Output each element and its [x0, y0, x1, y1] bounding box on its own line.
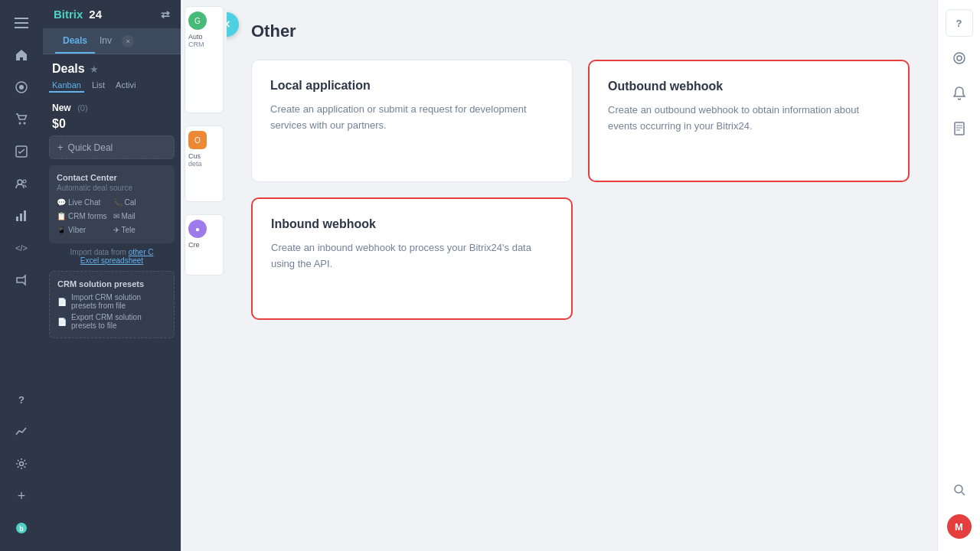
outbound-webhook-desc: Create an outbound webhook to obtain inf… — [608, 103, 890, 135]
sidebar-item-add[interactable]: + — [8, 482, 35, 510]
call-icon: 📞 — [113, 198, 122, 207]
user-avatar[interactable]: M — [947, 514, 972, 539]
crm-presets-title: CRM solution presets — [57, 279, 166, 289]
tab-deals[interactable]: Deals — [55, 29, 95, 54]
search-button[interactable] — [946, 476, 973, 504]
svg-line-23 — [962, 492, 965, 495]
kanban-tab[interactable]: Kanban — [49, 79, 84, 93]
svg-point-4 — [19, 85, 24, 90]
cc-mail[interactable]: ✉ Mail — [113, 210, 168, 222]
sidebar-item-menu[interactable] — [8, 9, 35, 37]
popup-card-1[interactable]: G Auto CRM — [185, 6, 224, 113]
help-button[interactable]: ? — [946, 9, 973, 37]
svg-point-8 — [18, 180, 22, 184]
mail-icon: ✉ — [113, 212, 119, 220]
popup-card-1-subtitle: CRM — [188, 41, 220, 48]
livechat-icon: 💬 — [57, 198, 66, 207]
modal-content: Other Local application Create an applic… — [227, 0, 937, 551]
sidebar-item-chart[interactable] — [8, 418, 35, 445]
quick-deal-btn[interactable]: + Quick Deal — [43, 135, 181, 165]
inbound-webhook-title: Inbound webhook — [271, 217, 553, 231]
sidebar-item-tasks[interactable] — [8, 138, 35, 165]
sidebar-item-goals[interactable] — [8, 73, 35, 101]
viber-icon: 📱 — [57, 226, 66, 234]
svg-point-5 — [19, 122, 21, 125]
deals-title-row: Deals ★ — [43, 54, 181, 79]
popup-card-2-title: Cus — [188, 152, 220, 160]
svg-point-16 — [954, 53, 965, 64]
outbound-webhook-title: Outbound webhook — [608, 80, 890, 93]
sidebar-item-apps[interactable]: b — [8, 514, 35, 542]
svg-point-22 — [955, 485, 962, 493]
sidebar-item-shop[interactable] — [8, 106, 35, 133]
inbound-webhook-desc: Create an inbound webhook to process you… — [271, 240, 553, 272]
inbound-webhook-card[interactable]: Inbound webhook Create an inbound webhoo… — [251, 197, 573, 320]
cc-call[interactable]: 📞 Cal — [113, 197, 168, 208]
sidebar-item-home[interactable] — [8, 41, 35, 69]
popup-card-3-title: Cre — [188, 241, 220, 249]
cc-viber[interactable]: 📱 Viber — [57, 224, 111, 236]
svg-text:b: b — [19, 525, 24, 533]
svg-rect-12 — [24, 210, 26, 221]
forms-icon: 📋 — [57, 212, 66, 220]
telegram-icon: ✈ — [113, 226, 119, 234]
activity-tab[interactable]: Activi — [113, 79, 139, 93]
popup-card-3-icon: ● — [188, 220, 207, 238]
cc-crm-forms[interactable]: 📋 CRM forms — [57, 210, 111, 222]
svg-rect-2 — [15, 27, 28, 28]
sidebar-item-analytics[interactable] — [8, 202, 35, 230]
sidebar-item-code[interactable]: </> — [8, 234, 35, 262]
svg-rect-18 — [955, 122, 964, 135]
svg-rect-10 — [16, 217, 18, 221]
crm-presets-section: CRM solution presets 📄 Import CRM soluti… — [49, 271, 175, 338]
popup-card-1-icon: G — [188, 11, 207, 30]
contact-center-title: Contact Center — [57, 173, 167, 182]
import-file-icon: 📄 — [57, 298, 67, 306]
bell-button[interactable] — [946, 80, 973, 107]
kanban-column-header: New (0) — [43, 97, 181, 116]
tab-close-button[interactable]: × — [122, 35, 134, 47]
column-total: $0 — [52, 117, 66, 130]
outbound-webhook-card[interactable]: Outbound webhook Create an outbound webh… — [588, 60, 910, 182]
import-link-other[interactable]: other C — [129, 248, 154, 256]
left-sidebar: Bitrix 24 ⇄ Deals Inv × Deals ★ Kanban L… — [43, 0, 181, 551]
svg-point-9 — [23, 180, 26, 183]
column-label: New — [52, 103, 71, 113]
crm-circle-button[interactable] — [946, 44, 973, 72]
import-link-excel[interactable]: Excel spreadsheet — [80, 256, 143, 265]
local-application-card[interactable]: Local application Create an application … — [251, 60, 573, 182]
svg-point-13 — [20, 462, 24, 466]
right-panel: ? M — [937, 0, 980, 551]
popup-card-2[interactable]: O Cus deta — [185, 126, 224, 202]
deals-star[interactable]: ★ — [90, 64, 99, 75]
tab-inv[interactable]: Inv — [95, 29, 116, 54]
adjust-icon[interactable]: ⇄ — [161, 8, 170, 21]
bitrix-logo: Bitrix — [54, 8, 83, 21]
svg-point-6 — [24, 122, 26, 125]
local-app-desc: Create an application or submit a reques… — [270, 102, 554, 134]
doc-button[interactable] — [946, 115, 973, 142]
modal-area: × Other Local application Create an appl… — [227, 0, 937, 551]
contact-center-section: Contact Center Automatic deal source 💬 L… — [43, 165, 181, 248]
list-tab[interactable]: List — [89, 79, 108, 93]
deals-title: Deals — [52, 62, 85, 76]
sidebar-item-settings[interactable] — [8, 450, 35, 478]
svg-point-17 — [957, 56, 962, 60]
cc-livechat[interactable]: 💬 Live Chat — [57, 197, 111, 208]
export-file-icon: 📄 — [57, 318, 67, 326]
column-count: (0) — [77, 103, 87, 112]
sidebar-item-help[interactable]: ? — [8, 386, 35, 413]
crm-preset-export[interactable]: 📄 Export CRM solution presets to file — [57, 313, 166, 330]
import-links: Import data from other C Excel spreadshe… — [43, 248, 181, 271]
local-app-title: Local application — [270, 79, 554, 93]
crm-preset-import[interactable]: 📄 Import CRM solution presets from file — [57, 293, 166, 310]
popup-card-1-title: Auto — [188, 33, 220, 41]
modal-title: Other — [251, 21, 913, 41]
top-tabs: Deals Inv × — [43, 29, 181, 54]
cc-telegram[interactable]: ✈ Tele — [113, 224, 168, 236]
popup-card-2-icon: O — [188, 131, 207, 149]
popup-card-3[interactable]: ● Cre — [185, 214, 224, 276]
sidebar-item-contacts[interactable] — [8, 170, 35, 197]
sidebar-item-marketing[interactable] — [8, 266, 35, 294]
svg-rect-1 — [15, 22, 28, 24]
